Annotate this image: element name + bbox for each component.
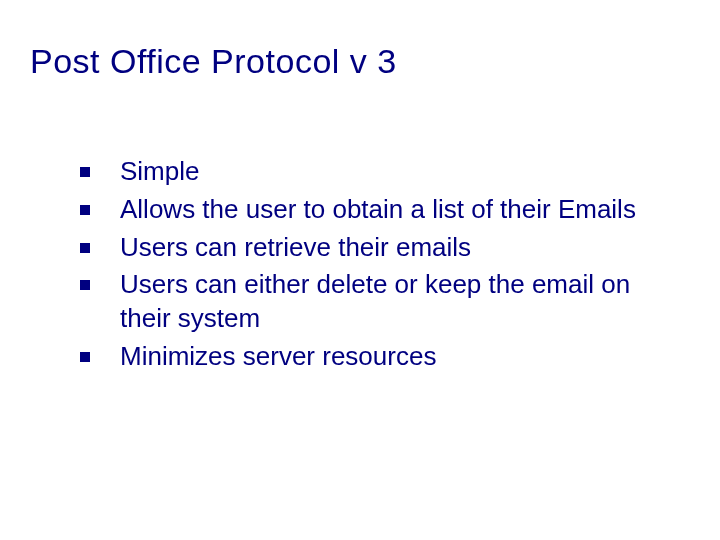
square-bullet-icon: [80, 243, 90, 253]
list-item-text: Users can either delete or keep the emai…: [120, 268, 680, 336]
slide: Post Office Protocol v 3 Simple Allows t…: [0, 0, 720, 540]
slide-title: Post Office Protocol v 3: [30, 42, 397, 81]
list-item-text: Allows the user to obtain a list of thei…: [120, 193, 636, 227]
list-item: Simple: [80, 155, 680, 189]
list-item: Allows the user to obtain a list of thei…: [80, 193, 680, 227]
list-item-text: Simple: [120, 155, 199, 189]
bullet-list: Simple Allows the user to obtain a list …: [80, 155, 680, 378]
list-item: Users can either delete or keep the emai…: [80, 268, 680, 336]
list-item: Minimizes server resources: [80, 340, 680, 374]
list-item-text: Minimizes server resources: [120, 340, 436, 374]
list-item: Users can retrieve their emails: [80, 231, 680, 265]
square-bullet-icon: [80, 280, 90, 290]
list-item-text: Users can retrieve their emails: [120, 231, 471, 265]
square-bullet-icon: [80, 352, 90, 362]
square-bullet-icon: [80, 167, 90, 177]
square-bullet-icon: [80, 205, 90, 215]
